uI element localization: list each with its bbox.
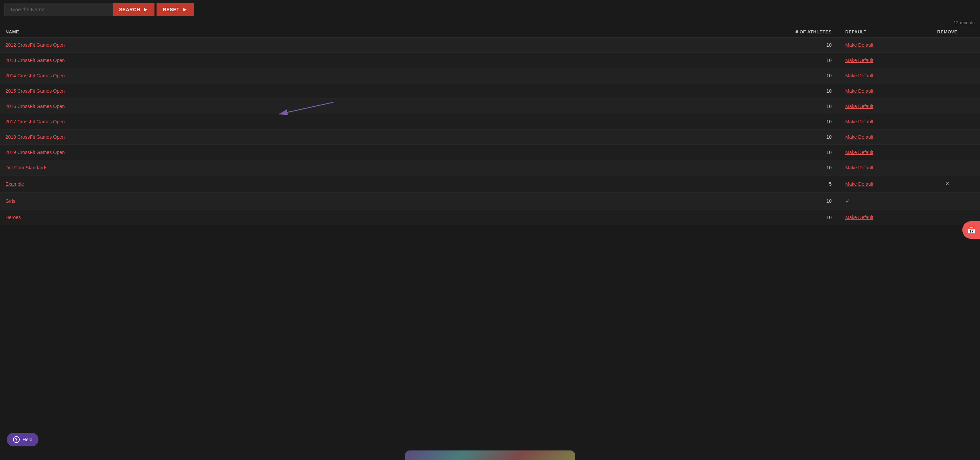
- row-default-cell[interactable]: Make Default: [845, 134, 920, 140]
- row-athletes-cell: 10: [791, 73, 845, 78]
- taskbar: [405, 450, 575, 460]
- table-body: 2012 CrossFit Games Open10Make Default20…: [0, 37, 980, 225]
- calendar-icon: 📅: [967, 225, 976, 235]
- reset-button[interactable]: RESET ►: [156, 3, 194, 16]
- table-row: Example5Make Default×: [0, 176, 980, 193]
- row-name-cell: 2019 CrossFit Games Open: [5, 150, 791, 155]
- row-name-cell: 2012 CrossFit Games Open: [5, 42, 791, 48]
- make-default-link[interactable]: Make Default: [845, 181, 873, 187]
- row-athletes-cell: 5: [791, 181, 845, 187]
- row-athletes-cell: 10: [791, 198, 845, 204]
- make-default-link[interactable]: Make Default: [845, 150, 873, 155]
- col-remove: REMOVE: [920, 29, 975, 34]
- row-default-cell[interactable]: Make Default: [845, 58, 920, 63]
- row-default-cell[interactable]: Make Default: [845, 165, 920, 170]
- row-athletes-cell: 10: [791, 42, 845, 48]
- row-default-cell: ✓: [845, 197, 920, 205]
- row-default-cell[interactable]: Make Default: [845, 119, 920, 125]
- row-athletes-cell: 10: [791, 88, 845, 94]
- table-row: Girls10✓: [0, 193, 980, 210]
- row-name-cell: Heroes: [5, 215, 791, 220]
- make-default-link[interactable]: Make Default: [845, 165, 873, 170]
- row-athletes-cell: 10: [791, 215, 845, 220]
- records-bar: 12 records: [0, 19, 980, 27]
- row-name-cell: Dot Com Standards: [5, 165, 791, 170]
- make-default-link[interactable]: Make Default: [845, 88, 873, 94]
- row-default-cell[interactable]: Make Default: [845, 181, 920, 187]
- make-default-link[interactable]: Make Default: [845, 215, 873, 220]
- table-row: Dot Com Standards10Make Default: [0, 160, 980, 176]
- table-row: 2017 CrossFit Games Open10Make Default: [0, 114, 980, 129]
- make-default-link[interactable]: Make Default: [845, 104, 873, 109]
- search-input[interactable]: [4, 3, 113, 16]
- row-name-cell: 2017 CrossFit Games Open: [5, 119, 791, 125]
- row-name-cell: 2018 CrossFit Games Open: [5, 134, 791, 140]
- default-checkmark-icon: ✓: [845, 198, 850, 204]
- table-row: 2015 CrossFit Games Open10Make Default: [0, 83, 980, 99]
- row-name-cell: 2014 CrossFit Games Open: [5, 73, 791, 78]
- row-name-cell: 2013 CrossFit Games Open: [5, 58, 791, 63]
- row-default-cell[interactable]: Make Default: [845, 42, 920, 48]
- col-name: NAME: [5, 29, 791, 34]
- reset-label: RESET: [163, 7, 179, 12]
- make-default-link[interactable]: Make Default: [845, 134, 873, 140]
- row-athletes-cell: 10: [791, 150, 845, 155]
- col-default: DEFAULT: [845, 29, 920, 34]
- row-athletes-cell: 10: [791, 119, 845, 125]
- table-row: 2012 CrossFit Games Open10Make Default: [0, 37, 980, 53]
- make-default-link[interactable]: Make Default: [845, 119, 873, 125]
- help-label: Help: [22, 437, 32, 442]
- row-default-cell[interactable]: Make Default: [845, 73, 920, 78]
- row-athletes-cell: 10: [791, 165, 845, 170]
- make-default-link[interactable]: Make Default: [845, 58, 873, 63]
- make-default-link[interactable]: Make Default: [845, 42, 873, 48]
- row-athletes-cell: 10: [791, 134, 845, 140]
- table-row: 2019 CrossFit Games Open10Make Default: [0, 145, 980, 160]
- table-row: 2016 CrossFit Games Open10Make Default: [0, 99, 980, 114]
- row-athletes-cell: 10: [791, 58, 845, 63]
- row-default-cell[interactable]: Make Default: [845, 88, 920, 94]
- col-athletes: # OF ATHLETES: [791, 29, 845, 34]
- table-row: 2018 CrossFit Games Open10Make Default: [0, 129, 980, 145]
- search-label: SEARCH: [119, 7, 140, 12]
- make-default-link[interactable]: Make Default: [845, 73, 873, 78]
- remove-icon[interactable]: ×: [946, 180, 950, 187]
- reset-arrow-icon: ►: [182, 6, 188, 13]
- row-default-cell[interactable]: Make Default: [845, 150, 920, 155]
- table-row: 2014 CrossFit Games Open10Make Default: [0, 68, 980, 83]
- table-header: NAME # OF ATHLETES DEFAULT REMOVE: [0, 27, 980, 37]
- search-bar: SEARCH ► RESET ►: [0, 0, 980, 19]
- row-default-cell[interactable]: Make Default: [845, 104, 920, 109]
- row-athletes-cell: 10: [791, 104, 845, 109]
- row-default-cell[interactable]: Make Default: [845, 215, 920, 220]
- floating-calendar-button[interactable]: 📅: [962, 221, 980, 239]
- search-button[interactable]: SEARCH ►: [113, 3, 154, 16]
- records-count: 12 records: [954, 20, 975, 25]
- row-name-cell: 2016 CrossFit Games Open: [5, 104, 791, 109]
- table-row: Heroes10Make Default: [0, 210, 980, 225]
- row-name-cell[interactable]: Example: [5, 181, 791, 187]
- help-button[interactable]: ? Help: [7, 433, 38, 446]
- help-circle-icon: ?: [13, 436, 20, 443]
- row-name-cell: 2015 CrossFit Games Open: [5, 88, 791, 94]
- search-arrow-icon: ►: [143, 6, 148, 13]
- table-row: 2013 CrossFit Games Open10Make Default: [0, 53, 980, 68]
- row-name-cell: Girls: [5, 198, 791, 204]
- row-remove-cell[interactable]: ×: [920, 180, 975, 187]
